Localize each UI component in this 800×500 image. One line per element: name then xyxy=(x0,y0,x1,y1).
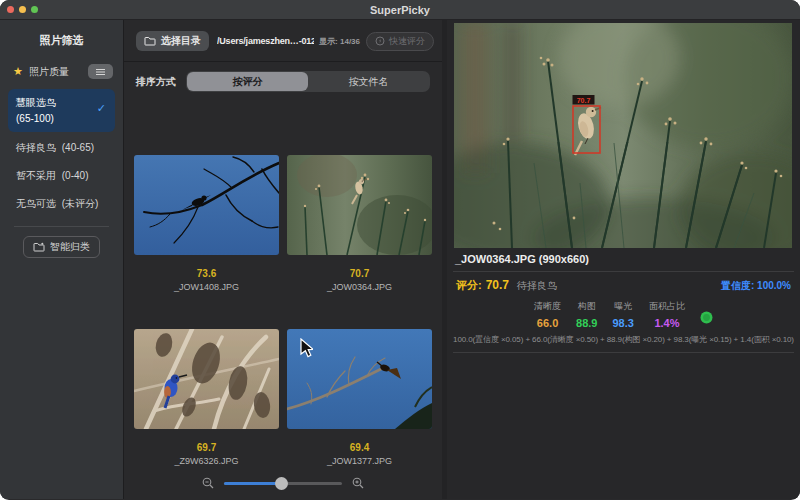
star-icon: ★ xyxy=(13,66,23,77)
photo-filename: _JOW0364.JPG xyxy=(287,282,432,292)
detail-divider xyxy=(453,271,794,272)
detail-divider-bottom xyxy=(453,352,794,353)
confidence-value: 置信度: 100.0% xyxy=(721,279,791,293)
status-dot-icon[interactable] xyxy=(700,311,713,324)
photo-score: 69.4 xyxy=(287,442,432,453)
metric-sharpness: 清晰度 66.0 xyxy=(534,300,561,329)
photo-score: 73.6 xyxy=(134,268,279,279)
thumbnail-image[interactable] xyxy=(134,329,279,429)
sort-label: 排序方式 xyxy=(136,75,176,89)
photo-filename: _JOW1408.JPG xyxy=(134,282,279,292)
photo-cell: 73.6 _JOW1408.JPG xyxy=(134,155,279,292)
sort-row: 排序方式 按评分 按文件名 xyxy=(124,62,442,92)
sidebar-item-good-birds[interactable]: 待择良鸟 (40-65) xyxy=(8,136,115,160)
traffic-lights xyxy=(0,6,38,13)
detail-filename: _JOW0364.JPG (990x660) xyxy=(455,253,589,265)
zoom-out-icon[interactable] xyxy=(202,477,214,489)
zoom-slider-fill xyxy=(224,482,282,485)
quality-section-label: 照片质量 xyxy=(29,65,88,79)
zoom-button[interactable] xyxy=(31,6,38,13)
detail-panel: 70.7 _JOW0364.JPG (990x660) 评分: 70.7 待择良… xyxy=(447,20,800,499)
preview-container: 70.7 xyxy=(454,23,792,248)
sort-by-filename-tab[interactable]: 按文件名 xyxy=(308,72,429,91)
smart-folder-icon xyxy=(33,242,45,252)
photo-cell: 70.7 _JOW0364.JPG xyxy=(287,155,432,292)
sidebar: 照片筛选 ★ 照片质量 慧眼选鸟 (65-100) ✓ 待择良鸟 xyxy=(0,20,124,499)
sidebar-item-best-birds[interactable]: 慧眼选鸟 (65-100) ✓ xyxy=(8,89,115,132)
zoom-slider[interactable] xyxy=(224,482,342,485)
score-value: 70.7 xyxy=(486,278,509,292)
detail-score-row: 评分: 70.7 待择良鸟 置信度: 100.0% xyxy=(456,278,791,293)
sidebar-item-rejected[interactable]: 暂不采用 (0-40) xyxy=(8,164,115,188)
photo-filename: _Z9W6326.JPG xyxy=(134,456,279,466)
metrics-row: 清晰度 66.0 构图 88.9 曝光 98.3 面积占比 1.4% xyxy=(447,300,800,329)
thumbnail-image[interactable] xyxy=(134,155,279,255)
close-button[interactable] xyxy=(7,6,14,13)
metric-exposure: 曝光 98.3 xyxy=(613,300,634,329)
sidebar-divider xyxy=(14,226,109,227)
sidebar-item-no-birds[interactable]: 无鸟可选 (未评分) xyxy=(8,192,115,216)
photo-score: 69.7 xyxy=(134,442,279,453)
score-category: 待择良鸟 xyxy=(517,279,557,293)
showing-count: 显示: 14/36 xyxy=(319,36,360,47)
title-bar: SuperPicky xyxy=(0,0,800,20)
sort-segmented-control: 按评分 按文件名 xyxy=(186,71,430,92)
score-formula: 100.0(置信度 ×0.05) + 66.0(清晰度 ×0.50) + 88.… xyxy=(447,334,800,345)
metric-composition: 构图 88.9 xyxy=(576,300,597,329)
choose-directory-label: 选择目录 xyxy=(161,34,201,48)
folder-icon xyxy=(144,36,156,46)
smart-classify-button[interactable]: 智能归类 xyxy=(23,236,100,258)
photo-score: 70.7 xyxy=(287,268,432,279)
browser-panel: 选择目录 /Users/jameszhen…-0125/Test lamges … xyxy=(124,20,442,499)
list-icon xyxy=(95,68,106,76)
sidebar-title: 照片筛选 xyxy=(0,20,123,48)
quick-rate-label: 快速评分 xyxy=(389,35,425,48)
sort-by-score-tab[interactable]: 按评分 xyxy=(187,72,308,91)
thumbnail-image[interactable] xyxy=(287,155,432,255)
quick-rate-button[interactable]: 快速评分 xyxy=(366,32,434,51)
check-icon: ✓ xyxy=(97,102,106,115)
directory-path: /Users/jameszhen…-0125/Test lamges xyxy=(217,36,314,46)
mouse-cursor xyxy=(300,338,313,358)
zoom-slider-thumb[interactable] xyxy=(275,477,288,490)
zoom-in-icon[interactable] xyxy=(352,477,364,489)
choose-directory-button[interactable]: 选择目录 xyxy=(136,31,209,51)
window-title: SuperPicky xyxy=(0,4,800,16)
photo-cell: 69.7 _Z9W6326.JPG xyxy=(134,329,279,466)
detection-label: 70.7 xyxy=(577,97,591,104)
photo-filename: _JOW1377.JPG xyxy=(287,456,432,466)
smart-classify-label: 智能归类 xyxy=(50,240,90,254)
quick-rate-icon xyxy=(375,36,385,46)
app-window: SuperPicky 照片筛选 ★ 照片质量 慧眼选鸟 (65-100) ✓ xyxy=(0,0,800,500)
list-view-button[interactable] xyxy=(88,64,113,79)
thumbnail-grid: 73.6 _JOW1408.JPG xyxy=(134,155,432,466)
metric-area-ratio: 面积占比 1.4% xyxy=(649,300,685,329)
score-label: 评分: xyxy=(456,278,482,293)
preview-image[interactable]: 70.7 xyxy=(454,23,792,248)
minimize-button[interactable] xyxy=(19,6,26,13)
toolbar: 选择目录 /Users/jameszhen…-0125/Test lamges … xyxy=(124,20,442,51)
thumbnail-zoom-bar xyxy=(124,467,442,499)
